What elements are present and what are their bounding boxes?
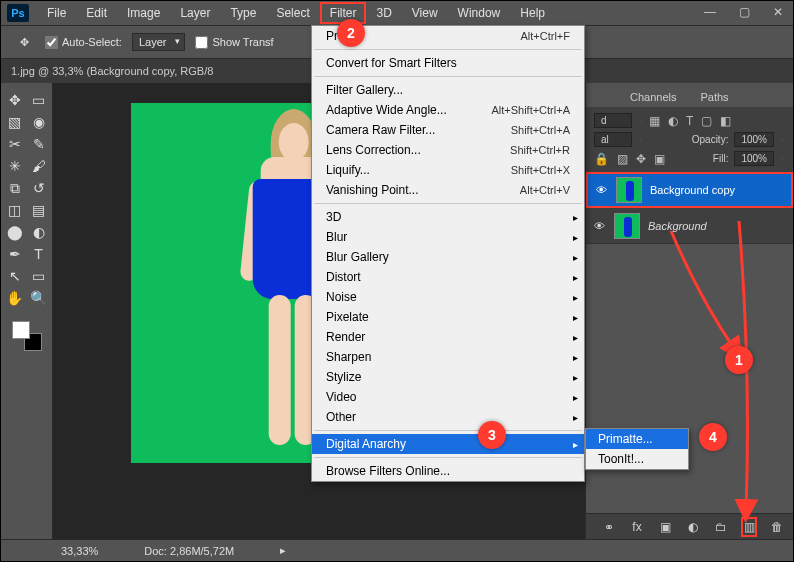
foreground-color[interactable] xyxy=(12,321,30,339)
kind-filter[interactable]: d xyxy=(594,113,632,128)
filter-smart[interactable]: Convert for Smart Filters xyxy=(312,53,584,73)
separator xyxy=(314,49,582,50)
filter-raw-label: Camera Raw Filter... xyxy=(326,123,435,137)
auto-select-input[interactable] xyxy=(45,36,58,49)
show-transform-input[interactable] xyxy=(195,36,208,49)
lock-all-icon[interactable]: 🔒 xyxy=(594,152,609,166)
auto-select-target[interactable]: Layer xyxy=(132,33,186,51)
filter-raw[interactable]: Camera Raw Filter... Shift+Ctrl+A xyxy=(312,120,584,140)
menu-view[interactable]: View xyxy=(402,2,448,24)
move-tool-icon[interactable]: ✥ xyxy=(13,31,35,53)
show-transform-checkbox[interactable]: Show Transf xyxy=(195,36,273,49)
filter-browse[interactable]: Browse Filters Online... xyxy=(312,461,584,481)
tab-paths[interactable]: Paths xyxy=(690,87,738,107)
layers-panel-footer: ⚭ fx ▣ ◐ 🗀 ▥ 🗑 xyxy=(586,513,793,539)
stamp-tool[interactable]: ⧉ xyxy=(4,177,26,199)
opacity-value[interactable]: 100% xyxy=(734,132,774,147)
tab-channels[interactable]: Channels xyxy=(620,87,686,107)
move-tool[interactable]: ✥ xyxy=(4,89,26,111)
marquee-tool[interactable]: ▧ xyxy=(4,111,26,133)
filter-liquify[interactable]: Liquify... Shift+Ctrl+X xyxy=(312,160,584,180)
new-layer-icon[interactable]: ▥ xyxy=(741,517,757,537)
menu-help[interactable]: Help xyxy=(510,2,555,24)
lock-pixel-icon[interactable]: ▨ xyxy=(617,152,628,166)
layer-thumb xyxy=(616,177,642,203)
menu-edit[interactable]: Edit xyxy=(76,2,117,24)
callout-2: 2 xyxy=(337,19,365,47)
callout-4: 4 xyxy=(699,423,727,451)
menu-3d[interactable]: 3D xyxy=(366,2,401,24)
separator xyxy=(314,203,582,204)
lock-pos-icon[interactable]: ✥ xyxy=(636,152,646,166)
menu-type[interactable]: Type xyxy=(220,2,266,24)
brush-tool[interactable]: 🖌 xyxy=(28,155,50,177)
filter-other[interactable]: Other xyxy=(312,407,584,427)
restore-button[interactable]: ▢ xyxy=(737,5,751,19)
pen-tool[interactable]: ✒ xyxy=(4,243,26,265)
submenu-primatte[interactable]: Primatte... xyxy=(586,429,688,449)
blur-tool[interactable]: ⬤ xyxy=(4,221,26,243)
group-icon[interactable]: 🗀 xyxy=(713,520,729,534)
crop-tool[interactable]: ✂ xyxy=(4,133,26,155)
filter-vanish[interactable]: Vanishing Point... Alt+Ctrl+V xyxy=(312,180,584,200)
filter-shape-icon[interactable]: ▢ xyxy=(701,114,712,128)
document-tab[interactable]: 1.jpg @ 33,3% (Background copy, RGB/8 xyxy=(11,65,213,77)
history-brush[interactable]: ↺ xyxy=(28,177,50,199)
delete-icon[interactable]: 🗑 xyxy=(769,520,785,534)
menu-window[interactable]: Window xyxy=(448,2,511,24)
submenu-toonit[interactable]: ToonIt!... xyxy=(586,449,688,469)
filter-sharpen[interactable]: Sharpen xyxy=(312,347,584,367)
filter-render[interactable]: Render xyxy=(312,327,584,347)
heal-tool[interactable]: ✳ xyxy=(4,155,26,177)
fill-value[interactable]: 100% xyxy=(734,151,774,166)
filter-adjust-icon[interactable]: ◐ xyxy=(668,114,678,128)
status-arrow-icon[interactable]: ▸ xyxy=(280,544,286,557)
filter-pixelate[interactable]: Pixelate xyxy=(312,307,584,327)
filter-blur[interactable]: Blur xyxy=(312,227,584,247)
hand-tool[interactable]: ✋ xyxy=(4,287,26,309)
minimize-button[interactable]: — xyxy=(703,5,717,19)
fx-icon[interactable]: fx xyxy=(629,520,645,534)
lasso-tool[interactable]: ◉ xyxy=(28,111,50,133)
filter-blur-gallery[interactable]: Blur Gallery xyxy=(312,247,584,267)
filter-pixel-icon[interactable]: ▦ xyxy=(649,114,660,128)
layer-row-background[interactable]: 👁 Background xyxy=(586,208,793,244)
filter-3d[interactable]: 3D xyxy=(312,207,584,227)
filter-smart-icon[interactable]: ◧ xyxy=(720,114,731,128)
visibility-icon[interactable]: 👁 xyxy=(594,184,608,196)
adjustment-icon[interactable]: ◐ xyxy=(685,520,701,534)
link-icon[interactable]: ⚭ xyxy=(601,520,617,534)
filter-gallery[interactable]: Filter Gallery... xyxy=(312,80,584,100)
menu-file[interactable]: File xyxy=(37,2,76,24)
dodge-tool[interactable]: ◐ xyxy=(28,221,50,243)
artboard-tool[interactable]: ▭ xyxy=(28,89,50,111)
lock-artboard-icon[interactable]: ▣ xyxy=(654,152,665,166)
type-tool[interactable]: T xyxy=(28,243,50,265)
filter-type-icon[interactable]: T xyxy=(686,114,693,128)
color-swatches[interactable] xyxy=(12,321,42,351)
auto-select-checkbox[interactable]: Auto-Select: xyxy=(45,36,122,49)
menu-select[interactable]: Select xyxy=(266,2,319,24)
eraser-tool[interactable]: ◫ xyxy=(4,199,26,221)
visibility-icon[interactable]: 👁 xyxy=(592,220,606,232)
ps-logo: Ps xyxy=(7,4,29,22)
gradient-tool[interactable]: ▤ xyxy=(28,199,50,221)
close-button[interactable]: ✕ xyxy=(771,5,785,19)
eyedropper-tool[interactable]: ✎ xyxy=(28,133,50,155)
zoom-level[interactable]: 33,33% xyxy=(61,545,98,557)
filter-noise[interactable]: Noise xyxy=(312,287,584,307)
menu-layer[interactable]: Layer xyxy=(170,2,220,24)
filter-video[interactable]: Video xyxy=(312,387,584,407)
filter-digital-anarchy[interactable]: Digital Anarchy xyxy=(312,434,584,454)
filter-stylize[interactable]: Stylize xyxy=(312,367,584,387)
layer-row-background-copy[interactable]: 👁 Background copy xyxy=(586,172,793,208)
shape-tool[interactable]: ▭ xyxy=(28,265,50,287)
path-tool[interactable]: ↖ xyxy=(4,265,26,287)
filter-adaptive[interactable]: Adaptive Wide Angle... Alt+Shift+Ctrl+A xyxy=(312,100,584,120)
menu-image[interactable]: Image xyxy=(117,2,170,24)
filter-distort[interactable]: Distort xyxy=(312,267,584,287)
mask-icon[interactable]: ▣ xyxy=(657,520,673,534)
blend-mode[interactable]: al xyxy=(594,132,632,147)
filter-lens[interactable]: Lens Correction... Shift+Ctrl+R xyxy=(312,140,584,160)
zoom-tool[interactable]: 🔍 xyxy=(28,287,50,309)
